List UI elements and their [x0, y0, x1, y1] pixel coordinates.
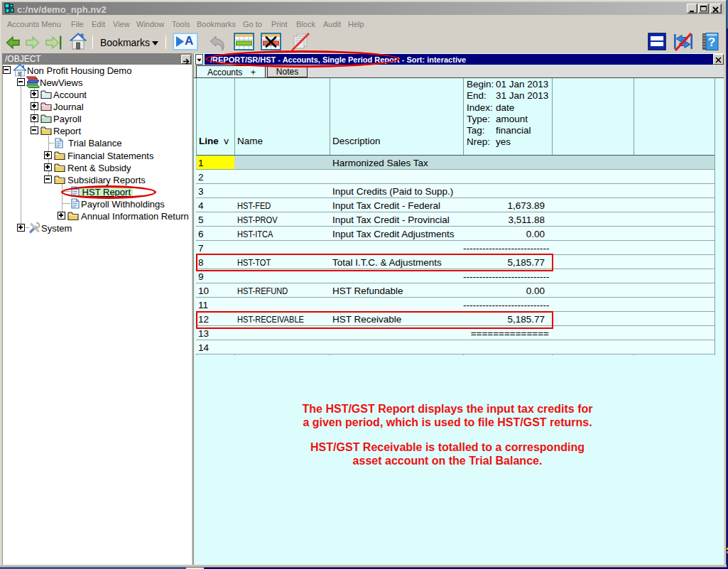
svg-text:?: ? [708, 36, 715, 49]
